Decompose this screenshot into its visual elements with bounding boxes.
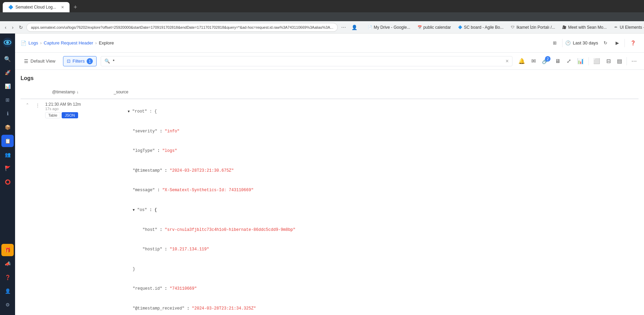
play-btn[interactable]: ▶ (613, 39, 622, 47)
filters-btn[interactable]: ⊡ Filters 1 (63, 56, 97, 66)
bookmark-ikamet[interactable]: 🛡 Ikamet İzin Portalı /... (508, 24, 558, 31)
grid-view-icon: ⊞ (553, 40, 557, 45)
bookmark-meet-sean[interactable]: 🎥 Meet with Sean Mo... (559, 24, 609, 31)
help-btn[interactable]: ❓ (628, 39, 639, 47)
collapse-os-icon[interactable]: ▼ (133, 208, 135, 212)
sidebar-item-users[interactable]: 👥 (1, 148, 14, 161)
sidebar-item-experience[interactable]: 🚀 (1, 66, 14, 79)
link-btn[interactable]: 🔗 2 (540, 56, 550, 66)
json-request-id: "request.id" : "743110669" (93, 279, 634, 299)
sidebar-item-help[interactable]: ❓ (1, 271, 14, 284)
bookmark-sc-board[interactable]: 🔷 SC board - Agile Bo... (455, 24, 506, 31)
bookmark-label: Ikamet İzin Portalı /... (517, 25, 555, 30)
back-btn[interactable]: ‹ (3, 23, 9, 31)
sidebar-item-logs[interactable]: 📋 (1, 135, 14, 147)
log-more-btn[interactable]: ⋮ (35, 103, 40, 108)
log-json-content: ▼ "root" : { "severity" : "info" "logTyp… (89, 99, 639, 315)
filters-label: Filters (73, 58, 85, 64)
more-btn[interactable]: ⋯ (630, 56, 639, 66)
sidebar-item-gift[interactable]: 🎁 (1, 244, 14, 256)
ikamet-icon: 🛡 (510, 25, 515, 30)
log-timestamp-cell: 1:21:30 AM 9h 12m 17s ago Table JSON (41, 99, 89, 121)
monitor-btn[interactable]: 🖥 (553, 56, 562, 66)
collapse-root-icon[interactable]: ▼ (128, 110, 130, 114)
flag-icon: 🚩 (5, 166, 11, 171)
layout3-btn[interactable]: ▤ (615, 56, 624, 66)
sidebar-item-grid[interactable]: ⊞ (1, 94, 14, 106)
meet-icon: 🎥 (562, 25, 567, 30)
search-clear-btn[interactable]: × (506, 58, 509, 64)
bookmarks-bar: ‹ › ↻ apps.sematext.com/ui/logs/76202/ex… (0, 21, 644, 34)
profile-btn[interactable]: 👤 (349, 23, 359, 31)
clear-icon: × (506, 58, 509, 64)
default-view-btn[interactable]: ☰ Default View (21, 57, 59, 66)
users-icon: 👥 (5, 152, 11, 157)
gift-icon: 🎁 (5, 247, 11, 253)
sidebar-item-alerts[interactable]: 🚩 (1, 162, 14, 174)
th-spacer (21, 88, 48, 96)
chart-btn[interactable]: 📊 (575, 56, 586, 66)
settings-icon: ⚙ (5, 302, 10, 307)
json-root-open: ▼ "root" : { (93, 102, 634, 122)
active-tab[interactable]: 🔷 Sematext Cloud Log... ✕ (3, 2, 70, 12)
th-source[interactable]: _source (110, 88, 133, 96)
sidebar-item-info[interactable]: ℹ (1, 107, 14, 120)
sidebar-item-settings[interactable]: ⚙ (1, 299, 14, 311)
layout1-btn[interactable]: ⬜ (592, 56, 602, 66)
bell-btn[interactable]: 🔔 (517, 56, 527, 66)
sidebar-item-box[interactable]: 📦 (1, 121, 14, 133)
clock-icon: 🕐 (565, 40, 571, 45)
mail-btn[interactable]: ✉ (530, 56, 537, 66)
sidebar-item-search[interactable]: 🔍 (1, 53, 14, 65)
search-bar[interactable]: 🔍 × (101, 56, 512, 66)
breadcrumb-capture-link[interactable]: Capture Request Header (44, 40, 94, 45)
time-range-btn[interactable]: 🕐 Last 30 days (565, 40, 598, 45)
timestamp-col-label: @timestamp (52, 90, 75, 94)
sidebar-item-team[interactable]: 👤 (1, 285, 14, 297)
log-row: ⌃ ⋮ 1:21:30 AM 9h 12m 17s ago Table JSON (21, 99, 639, 315)
rocket-icon: 🚀 (5, 70, 11, 75)
monitor-icon: 🖥 (555, 58, 560, 64)
layout2-btn[interactable]: ⊟ (605, 56, 612, 66)
hamburger-icon: ☰ (24, 58, 28, 64)
sidebar-item-globe[interactable]: 🌐 (1, 312, 14, 315)
log-actions-btn[interactable]: ⋮ (34, 99, 41, 108)
tab-icon: 🔷 (8, 5, 13, 10)
new-tab-btn[interactable]: + (72, 2, 79, 12)
bookmark-calendar[interactable]: 📅 public calendar (414, 24, 454, 31)
expand-btn[interactable]: ⤢ (565, 56, 573, 66)
main-content: 📄 Logs › Capture Request Header › Explor… (15, 34, 644, 315)
th-timestamp[interactable]: @timestamp ↓ (48, 88, 110, 96)
grid-view-btn[interactable]: ⊞ (550, 39, 559, 47)
browser-tabs: 🔷 Sematext Cloud Log... ✕ + (0, 0, 644, 12)
layout1-icon: ⬜ (593, 58, 600, 64)
breadcrumb-logs-link[interactable]: Logs (28, 40, 38, 45)
top-bar: 📄 Logs › Capture Request Header › Explor… (15, 34, 644, 53)
sidebar-item-circle[interactable]: ⭕ (1, 176, 14, 188)
filter-count: 1 (89, 59, 91, 63)
sidebar-item-metrics[interactable]: 📊 (1, 80, 14, 92)
chart-icon: 📊 (577, 58, 584, 64)
breadcrumb-sep2: › (95, 40, 97, 45)
url-bar[interactable]: apps.sematext.com/ui/logs/76202/explore?… (26, 23, 338, 32)
refresh-btn[interactable]: ↻ (601, 39, 610, 47)
sidebar-item-announce[interactable]: 📣 (1, 258, 14, 270)
tab-close-icon[interactable]: ✕ (61, 5, 64, 10)
table-tab-btn[interactable]: Table (45, 112, 60, 118)
bell-icon: 🔔 (518, 58, 525, 64)
bookmark-google-drive[interactable]: 📄 My Drive - Google... (365, 24, 413, 31)
forward-btn[interactable]: › (10, 23, 16, 31)
bookmark-ui-elements[interactable]: ✏ UI Elements - FigJam (611, 24, 644, 31)
reload-btn[interactable]: ↻ (17, 23, 25, 31)
app-logo[interactable] (1, 36, 14, 49)
sidebar-bottom: 🎁 📣 ❓ 👤 ⚙ 🌐 (1, 244, 14, 315)
layout2-icon: ⊟ (606, 58, 611, 64)
log-expand-btn[interactable]: ⌃ (21, 99, 34, 107)
search-input[interactable] (113, 58, 503, 64)
url-text: apps.sematext.com/ui/logs/76202/explore?… (31, 25, 333, 29)
json-timestamp: "@timestamp" : "2024-03-28T23:21:30.675Z… (93, 161, 634, 181)
extensions-btn[interactable]: ⋯ (339, 23, 348, 31)
json-timestamp-received: "@timestamp_received" : "2024-03-28T23:2… (93, 299, 634, 315)
json-tab-btn[interactable]: JSON (62, 112, 78, 118)
search-bar-icon: 🔍 (104, 58, 110, 64)
